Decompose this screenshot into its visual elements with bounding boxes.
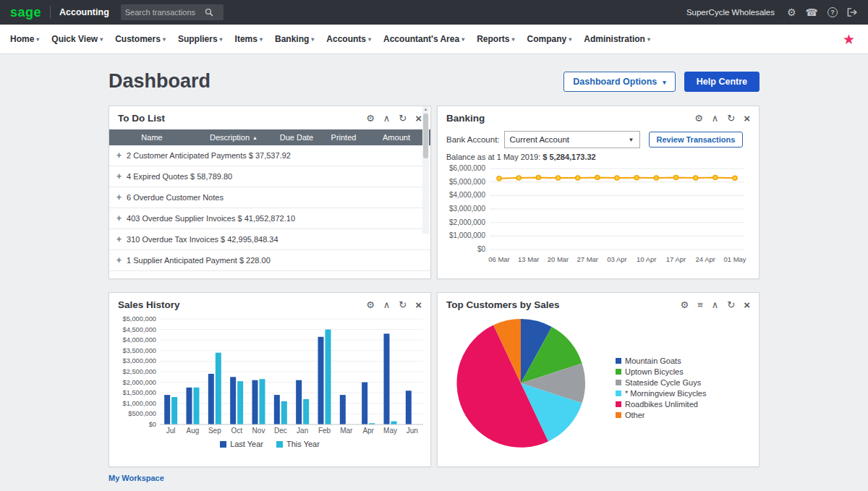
menu-icon[interactable]: ≡: [697, 300, 703, 309]
legend-label: Other: [625, 411, 645, 419]
menu-item-company[interactable]: Company▾: [527, 34, 572, 44]
collapse-icon[interactable]: ∧: [383, 300, 391, 309]
todo-scrollbar[interactable]: ▲: [422, 106, 429, 234]
favorites-star-icon[interactable]: ★: [843, 31, 855, 48]
todo-column-printed[interactable]: Printed: [320, 133, 367, 142]
sales-panel-title: Sales History: [118, 299, 180, 310]
bank-account-select[interactable]: Current Account ▼: [504, 131, 640, 148]
todo-row[interactable]: +2 Customer Anticipated Payments $ 37,53…: [109, 145, 430, 166]
menu-item-label: Home: [10, 34, 34, 44]
my-workspace-link[interactable]: My Workspace: [109, 474, 164, 482]
legend-item: * Morningview Bicycles: [616, 389, 706, 398]
menu-item-label: Items: [235, 34, 258, 44]
svg-text:$5,000,000: $5,000,000: [122, 315, 156, 323]
svg-text:Feb: Feb: [318, 427, 331, 435]
todo-row[interactable]: +4 Expired Quotes $ 58,789.80: [109, 166, 430, 187]
chevron-down-icon: ▾: [461, 36, 464, 43]
todo-row-text: 403 Overdue Supplier Invoices $ 41,952,8…: [127, 214, 295, 223]
gear-icon[interactable]: ⚙: [787, 7, 796, 17]
menu-item-label: Accounts: [326, 34, 366, 44]
refresh-icon[interactable]: ↻: [727, 300, 735, 309]
svg-text:Jan: Jan: [297, 427, 308, 435]
legend-swatch: [616, 369, 621, 375]
chevron-down-icon: ▾: [663, 79, 666, 86]
menu-item-reports[interactable]: Reports▾: [477, 34, 514, 44]
refresh-icon[interactable]: ↻: [399, 114, 407, 123]
bank-balance: Balance as at 1 May 2019: $ 5,284,173.32: [438, 150, 759, 161]
todo-column-description[interactable]: Description▲: [195, 133, 273, 142]
svg-text:Aug: Aug: [187, 427, 200, 435]
gear-icon[interactable]: ⚙: [681, 300, 689, 309]
expand-icon[interactable]: +: [116, 213, 122, 223]
refresh-icon[interactable]: ↻: [727, 114, 735, 123]
todo-column-due-date[interactable]: Due Date: [273, 133, 320, 142]
svg-text:$2,000,000: $2,000,000: [122, 379, 156, 386]
menu-item-customers[interactable]: Customers▾: [115, 34, 166, 44]
expand-icon[interactable]: +: [116, 171, 122, 182]
legend-swatch: [616, 401, 621, 407]
main-content: Dashboard Dashboard Options▾ Help Centre…: [109, 54, 760, 484]
close-icon[interactable]: ×: [415, 113, 422, 124]
collapse-icon[interactable]: ∧: [383, 114, 391, 123]
todo-row[interactable]: +6 Overdue Customer Notes: [109, 187, 430, 208]
page-title: Dashboard: [109, 70, 210, 93]
gear-icon[interactable]: ⚙: [694, 114, 703, 123]
expand-icon[interactable]: +: [116, 234, 122, 244]
legend-item: Mountain Goats: [616, 356, 706, 365]
todo-column-amount[interactable]: Amount: [367, 133, 426, 142]
todo-row-text: 6 Overdue Customer Notes: [127, 193, 224, 202]
svg-text:$500,000: $500,000: [128, 410, 156, 417]
svg-text:$1,500,000: $1,500,000: [122, 389, 156, 396]
todo-row[interactable]: +1 Supplier Anticipated Payment $ 228.00: [109, 250, 430, 271]
review-transactions-button[interactable]: Review Transactions: [649, 132, 744, 148]
logout-icon[interactable]: [847, 7, 858, 17]
phone-icon[interactable]: ☎: [806, 7, 818, 17]
menu-item-home[interactable]: Home▾: [10, 34, 39, 44]
gear-icon[interactable]: ⚙: [366, 114, 375, 123]
expand-icon[interactable]: +: [116, 150, 122, 161]
bank-account-selected: Current Account: [510, 135, 569, 144]
svg-text:Jun: Jun: [407, 427, 418, 435]
todo-column-name[interactable]: Name: [109, 133, 195, 142]
dashboard-options-button[interactable]: Dashboard Options▾: [563, 72, 676, 92]
svg-text:Nov: Nov: [252, 427, 265, 435]
todo-row[interactable]: +310 Overdue Tax Invoices $ 42,995,848.3…: [109, 229, 430, 250]
menu-item-items[interactable]: Items▾: [235, 34, 263, 44]
menu-item-banking[interactable]: Banking▾: [275, 34, 314, 44]
menu-item-accountant-s-area[interactable]: Accountant's Area▾: [383, 34, 464, 44]
search-input[interactable]: [125, 8, 205, 17]
svg-text:20 Mar: 20 Mar: [548, 255, 569, 263]
expand-icon[interactable]: +: [116, 192, 122, 202]
customers-panel-title: Top Customers by Sales: [446, 299, 560, 310]
menu-item-suppliers[interactable]: Suppliers▾: [178, 34, 223, 44]
legend-label: Stateside Cycle Guys: [625, 378, 701, 387]
menu-item-accounts[interactable]: Accounts▾: [326, 34, 371, 44]
svg-text:01 May: 01 May: [723, 255, 746, 263]
bank-account-label: Bank Account:: [446, 135, 500, 144]
menu-item-label: Company: [527, 34, 567, 44]
refresh-icon[interactable]: ↻: [399, 300, 407, 309]
expand-icon[interactable]: +: [116, 255, 122, 265]
menu-item-label: Quick View: [51, 34, 98, 44]
close-icon[interactable]: ×: [415, 299, 422, 310]
menu-item-administration[interactable]: Administration▾: [584, 34, 650, 44]
svg-text:May: May: [383, 427, 397, 435]
scroll-up-icon[interactable]: ▲: [424, 106, 428, 113]
collapse-icon[interactable]: ∧: [712, 114, 719, 123]
search-box[interactable]: [121, 4, 224, 20]
svg-text:$4,000,000: $4,000,000: [449, 191, 485, 199]
todo-row-text: 1 Supplier Anticipated Payment $ 228.00: [127, 256, 271, 265]
collapse-icon[interactable]: ∧: [712, 300, 719, 309]
close-icon[interactable]: ×: [744, 113, 750, 124]
menu-item-quick-view[interactable]: Quick View▾: [51, 34, 103, 44]
help-icon[interactable]: ?: [827, 7, 838, 17]
scrollbar-thumb[interactable]: [423, 114, 428, 158]
legend-label: * Morningview Bicycles: [625, 389, 706, 398]
close-icon[interactable]: ×: [744, 299, 750, 310]
search-icon[interactable]: [205, 8, 213, 17]
gear-icon[interactable]: ⚙: [366, 300, 375, 309]
help-centre-button[interactable]: Help Centre: [684, 72, 760, 92]
todo-row[interactable]: +403 Overdue Supplier Invoices $ 41,952,…: [109, 208, 430, 229]
legend-label: Roadbikes Unlimited: [625, 400, 698, 409]
legend-swatch: [276, 441, 283, 448]
